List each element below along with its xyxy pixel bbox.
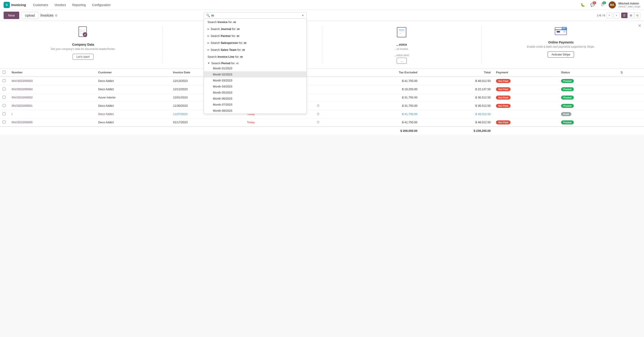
- payment-4: Not Paid: [493, 102, 558, 110]
- company-data-title: Company Data: [72, 43, 94, 46]
- logo-icon: S: [4, 2, 10, 8]
- col-customer[interactable]: Customer: [96, 69, 170, 77]
- invoice-banner-btn[interactable]: ...: [397, 58, 407, 64]
- expand-arrow-partner: ▶: [208, 35, 209, 37]
- invoice-number-3[interactable]: INV/2023/00002: [12, 96, 33, 99]
- nav-reporting[interactable]: Reporting: [70, 2, 88, 8]
- invoice-number-2[interactable]: INV/2023/00004: [12, 88, 33, 91]
- invoice-number-6[interactable]: INV/2023/00005: [12, 121, 33, 124]
- clock-3: [314, 93, 342, 102]
- payment-6: Not Paid: [493, 118, 558, 127]
- timer-button[interactable]: ⏱ 2: [599, 1, 606, 9]
- search-icon: 🔍: [206, 14, 210, 17]
- user-info[interactable]: Mitchell Admin odoo17_date_range: [618, 2, 640, 8]
- row-checkbox-6[interactable]: [3, 121, 6, 124]
- invoice-banner-title: ...voice: [396, 43, 407, 46]
- search-invoice-item[interactable]: Search Invoice for: m: [204, 19, 306, 26]
- clock-icon-5: ⏱: [316, 112, 320, 116]
- prev-page-button[interactable]: ‹: [606, 13, 612, 18]
- banner-area: ✕ Company Data Set your company's data f…: [0, 21, 644, 69]
- next-page-button[interactable]: ›: [614, 13, 620, 18]
- kanban-view-button[interactable]: ⊞: [628, 13, 634, 18]
- not-paid-badge-3: Not Paid: [496, 96, 510, 100]
- col-status[interactable]: Status: [558, 69, 618, 77]
- upload-button[interactable]: Upload: [21, 12, 38, 19]
- search-journal-item[interactable]: ▶ Search Journal for: m: [204, 26, 306, 33]
- total-2: $ 22,137.50: [420, 85, 493, 93]
- nav-right: 🐛 💬 6 ⏱ 2 MA Mitchell Admin odoo17_date_…: [579, 1, 640, 9]
- period-arrow-icon: ▼: [208, 62, 210, 65]
- total-6: $ 48,012.50: [420, 118, 493, 127]
- bug-button[interactable]: 🐛: [579, 1, 586, 9]
- not-paid-badge-2: Not Paid: [496, 87, 510, 91]
- select-all-checkbox[interactable]: [3, 71, 6, 74]
- activity-view-button[interactable]: ⊙: [634, 13, 640, 18]
- messages-button[interactable]: 💬 6: [589, 1, 596, 9]
- nav-configuration[interactable]: Configuration: [90, 2, 113, 8]
- svg-rect-4: [397, 27, 406, 37]
- search-dropdown-toggle[interactable]: ▼: [302, 14, 304, 17]
- search-salesperson-item[interactable]: ▶ Search Salesperson for: m: [204, 39, 306, 46]
- row-checkbox-4[interactable]: [3, 104, 6, 107]
- search-container: 🔍 ▼ Search Invoice for: m ▶ Search Journ…: [204, 12, 306, 19]
- close-banner-button[interactable]: ✕: [638, 23, 641, 28]
- payment-1: Not Paid: [493, 77, 558, 85]
- column-adjust-icon[interactable]: ⇅: [620, 71, 623, 74]
- select-all-header[interactable]: [0, 69, 9, 77]
- posted-badge-6: Posted: [561, 120, 574, 124]
- customer-4: Deco Addict: [96, 102, 170, 110]
- invoice-number-5[interactable]: /: [12, 112, 12, 116]
- status-3: Posted: [558, 93, 618, 102]
- period-month-05-2023[interactable]: Month 05/2023: [204, 90, 306, 96]
- period-month-02-2023[interactable]: Month 02/2023: [204, 71, 306, 77]
- row-checkbox-5[interactable]: [3, 112, 6, 115]
- period-month-04-2023[interactable]: Month 04/2023: [204, 84, 306, 90]
- nav-customers[interactable]: Customers: [30, 2, 51, 8]
- invoice-number-4[interactable]: INV/2023/00001: [12, 104, 33, 107]
- period-month-06-2023[interactable]: Month 06/2023: [204, 96, 306, 102]
- col-adjust[interactable]: ⇅: [618, 69, 644, 77]
- table-row: INV/2023/00002 Azure Interior 12/01/2023…: [0, 93, 644, 102]
- gear-icon[interactable]: ⚙: [55, 14, 58, 17]
- search-period-section[interactable]: ▼ Search Period for: m: [204, 60, 306, 65]
- list-view-button[interactable]: ☰: [621, 13, 628, 18]
- company-data-btn[interactable]: Let's start!: [73, 54, 94, 60]
- timer-badge: 2: [602, 1, 606, 4]
- col-tax-excluded[interactable]: Tax Excluded: [342, 69, 420, 77]
- search-sales-team-item[interactable]: ▶ Search Sales Team for: m: [204, 46, 306, 53]
- customer-2: Deco Addict: [96, 85, 170, 93]
- app-logo[interactable]: S Invoicing: [4, 2, 26, 8]
- view-toggle: ☰ ⊞ ⊙: [621, 13, 640, 18]
- period-month-01-2023[interactable]: Month 01/2023: [204, 65, 306, 71]
- expand-arrow-journal: ▶: [208, 28, 209, 31]
- period-month-08-2023[interactable]: Month 08/2023: [204, 108, 306, 114]
- table-row: INV/2023/00003 Deco Addict 12/13/2023 To…: [0, 77, 644, 85]
- period-month-03-2023[interactable]: Month 03/2023: [204, 77, 306, 84]
- main-nav: Customers Vendors Reporting Configuratio…: [30, 2, 575, 8]
- svg-rect-7: [564, 31, 566, 33]
- invoice-number-1[interactable]: INV/2023/00003: [12, 79, 33, 83]
- search-invoice-line-item[interactable]: Search Invoice Line for: m: [204, 53, 306, 60]
- table-totals-row: $ 208,000.00 $ 239,200.00: [0, 127, 644, 135]
- period-month-07-2023[interactable]: Month 07/2023: [204, 102, 306, 108]
- toolbar: New Upload Invoices ⚙ 🔍 ▼ Search Invoice…: [0, 10, 644, 21]
- customer-5[interactable]: Deco Addict: [98, 112, 114, 116]
- clock-1: [314, 77, 342, 85]
- col-payment[interactable]: Payment: [493, 69, 558, 77]
- activate-stripe-btn[interactable]: Activate Stripe: [548, 52, 574, 58]
- row-checkbox-3[interactable]: [3, 96, 6, 99]
- row-checkbox-1[interactable]: [3, 79, 6, 82]
- nav-vendors[interactable]: Vendors: [52, 2, 69, 8]
- posted-badge-4: Posted: [561, 104, 574, 108]
- col-number[interactable]: Number: [9, 69, 96, 77]
- new-button[interactable]: New: [4, 12, 19, 19]
- col-total[interactable]: Total: [420, 69, 493, 77]
- posted-badge-1: Posted: [561, 79, 574, 83]
- row-checkbox-2[interactable]: [3, 88, 6, 90]
- table-row: / Deco Addict 11/07/2023 Today ⏱ $ 41,75…: [0, 110, 644, 118]
- avatar[interactable]: MA: [609, 1, 616, 9]
- search-input[interactable]: [211, 14, 300, 17]
- search-partner-item[interactable]: ▶ Search Partner for: m: [204, 33, 306, 39]
- tax-excluded-6: $ 41,750.00: [342, 118, 420, 127]
- payment-5: [493, 110, 558, 118]
